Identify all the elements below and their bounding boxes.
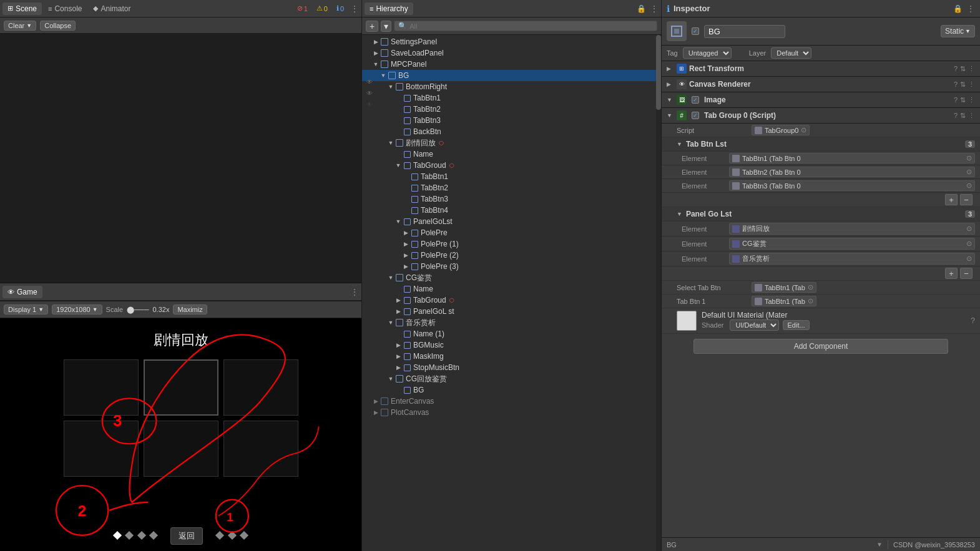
layer-dropdown[interactable]: Default [771, 47, 811, 59]
shader-edit-btn[interactable]: Edit... [783, 320, 809, 330]
shader-dropdown[interactable]: UI/Default [730, 319, 779, 331]
hierarchy-item-bgmusic[interactable]: ▶ BGMusic [362, 339, 661, 351]
hierarchy-item-tabbtn1c[interactable]: TabBtn1 [362, 171, 661, 182]
hierarchy-item-polepre3[interactable]: ▶ PolePre (3) [362, 261, 661, 272]
eye-row-1[interactable]: 👁 [362, 76, 377, 87]
maximize-button[interactable]: Maximiz [173, 305, 207, 315]
image-header[interactable]: ▼ 🖼 ✓ Image ? ⇅ ⋮ [662, 92, 980, 108]
add-object-dropdown[interactable]: ▾ [381, 21, 391, 32]
hierarchy-item-tabbtn2c[interactable]: TabBtn2 [362, 182, 661, 193]
go-active-checkbox[interactable]: ✓ [692, 27, 699, 35]
scale-slider[interactable]: ⬤─── [127, 306, 149, 314]
tg-expand-icon[interactable]: ⇅ [960, 112, 966, 120]
rt-more-icon[interactable]: ⋮ [968, 65, 975, 73]
scene-more-icon[interactable]: ⋮ [350, 4, 359, 14]
hierarchy-scrollbar-thumb[interactable] [656, 35, 661, 110]
hierarchy-search-box[interactable]: 🔍 [394, 21, 657, 31]
hierarchy-item-tabgroud2[interactable]: ▶ TabGroud ○ [362, 295, 661, 306]
material-help-icon[interactable]: ? [971, 316, 975, 325]
tab-scene[interactable]: ⊞ Scene [2, 2, 42, 15]
hierarchy-item-tabbtn3[interactable]: TabBtn3 [362, 115, 661, 126]
add-component-button[interactable]: Add Component [693, 339, 948, 354]
hierarchy-item-bg[interactable]: ▼ BG [362, 70, 661, 81]
hierarchy-item-maskimg[interactable]: ▶ MaskImg [362, 351, 661, 362]
hierarchy-item-tabbtn2[interactable]: TabBtn2 [362, 104, 661, 115]
tab-btn-lst-add-btn[interactable]: + [945, 194, 958, 205]
tab-console[interactable]: ≡ Console [43, 2, 87, 15]
rt-help-icon[interactable]: ? [954, 65, 958, 72]
tabgroup-header[interactable]: ▼ # ✓ Tab Group 0 (Script) ? ⇅ ⋮ [662, 108, 980, 124]
back-button[interactable]: 返回 [170, 527, 203, 545]
hierarchy-item-tabgroud[interactable]: ▼ TabGroud ○ [362, 160, 661, 171]
hierarchy-item-stopmusicbtn[interactable]: ▶ StopMusicBtn [362, 362, 661, 373]
inspector-scroll[interactable]: ▶ ⊞ Rect Transform ? ⇅ ⋮ ▶ 👁 Canvas Rend… [662, 61, 980, 537]
el1-pick[interactable]: ⊙ [966, 168, 972, 176]
hierarchy-search-input[interactable] [409, 22, 653, 30]
tab-btn-lst-remove-btn[interactable]: − [960, 194, 973, 205]
hierarchy-scrollbar-track[interactable] [656, 35, 661, 551]
inspector-more-icon[interactable]: ⋮ [966, 4, 975, 14]
tab-hierarchy[interactable]: ≡ Hierarchy [365, 2, 413, 15]
hierarchy-more-icon[interactable]: ⋮ [650, 4, 659, 14]
el2-pick[interactable]: ⊙ [966, 182, 972, 190]
img-expand-icon[interactable]: ⇅ [960, 96, 966, 104]
resolution-dropdown[interactable]: 1920x1080 ▼ [52, 305, 102, 315]
el0-pick[interactable]: ⊙ [966, 154, 972, 162]
hierarchy-item-music[interactable]: ▼ 音乐赏析 [362, 317, 661, 328]
pgl-el1-pick[interactable]: ⊙ [966, 240, 972, 248]
img-help-icon[interactable]: ? [954, 96, 958, 104]
hierarchy-item-panelgolst2[interactable]: ▶ PanelGoL st [362, 306, 661, 317]
hierarchy-item-cghuifang[interactable]: ▼ CG回放鉴赏 [362, 373, 661, 384]
hierarchy-item-tabbtn4c[interactable]: TabBtn4 [362, 205, 661, 216]
hierarchy-item-bottomright[interactable]: ▼ BottomRight [362, 81, 661, 92]
pgl-el0-pick[interactable]: ⊙ [966, 225, 972, 233]
hierarchy-item-mpcpanel[interactable]: ▼ MPCPanel [362, 59, 661, 70]
cr-more-icon[interactable]: ⋮ [968, 80, 975, 89]
add-object-button[interactable]: + [366, 21, 378, 32]
rt-expand-icon[interactable]: ⇅ [960, 65, 966, 73]
game-more-icon[interactable]: ⋮ [350, 287, 359, 297]
rect-transform-header[interactable]: ▶ ⊞ Rect Transform ? ⇅ ⋮ [662, 61, 980, 77]
hierarchy-item-tabbtn3c[interactable]: TabBtn3 [362, 193, 661, 205]
script-ref-pick[interactable]: ⊙ [801, 126, 806, 134]
panel-go-lst-remove-btn[interactable]: − [960, 268, 973, 279]
tabgroup-active-checkbox[interactable]: ✓ [692, 112, 699, 119]
hierarchy-item-name2[interactable]: Name [362, 283, 661, 295]
cr-expand-icon[interactable]: ⇅ [960, 80, 966, 89]
tb1-pick[interactable]: ⊙ [808, 297, 813, 305]
hierarchy-lock-icon[interactable]: 🔒 [637, 4, 646, 13]
inspector-lock-icon[interactable]: 🔒 [953, 4, 963, 13]
hierarchy-item-saveloadpanel[interactable]: ▶ SaveLoadPanel [362, 47, 661, 59]
hierarchy-item-tabbtn1[interactable]: TabBtn1 [362, 92, 661, 104]
hierarchy-item-backbtn[interactable]: BackBtn [362, 126, 661, 137]
tab-animator[interactable]: ◆ Animator [88, 2, 135, 15]
tg-help-icon[interactable]: ? [954, 112, 958, 119]
img-more-icon[interactable]: ⋮ [968, 96, 975, 104]
hierarchy-content[interactable]: 👁 👁 👁 ▶ SettingsPanel ▶ SaveLoadPanel ▼ … [362, 35, 661, 551]
hierarchy-item-name1[interactable]: Name [362, 149, 661, 160]
hierarchy-item-polepre[interactable]: ▶ PolePre [362, 227, 661, 238]
eye-row-3[interactable]: 👁 [362, 99, 377, 110]
hierarchy-item-cg[interactable]: ▼ CG鉴赏 [362, 272, 661, 283]
image-active-checkbox[interactable]: ✓ [692, 96, 699, 104]
hierarchy-item-panelgolst[interactable]: ▼ PanelGoLst [362, 216, 661, 227]
hierarchy-item-bgcg[interactable]: BG [362, 384, 661, 396]
collapse-button[interactable]: Collapse [40, 21, 76, 31]
hierarchy-item-drama[interactable]: ▼ 剧情回放 ○ [362, 137, 661, 149]
hierarchy-item-plotcanvas[interactable]: ▶ PlotCanvas [362, 407, 661, 418]
bottom-dropdown-arrow[interactable]: ▼ [876, 541, 883, 548]
clear-button[interactable]: Clear ▼ [4, 21, 36, 31]
pgl-el2-pick[interactable]: ⊙ [966, 255, 972, 263]
display-dropdown[interactable]: Display 1 ▼ [4, 305, 48, 315]
tg-more-icon[interactable]: ⋮ [968, 112, 975, 120]
stb-pick[interactable]: ⊙ [808, 283, 813, 291]
canvas-renderer-header[interactable]: ▶ 👁 Canvas Renderer ? ⇅ ⋮ [662, 77, 980, 92]
panel-go-lst-add-btn[interactable]: + [945, 268, 958, 279]
eye-row-2[interactable]: 👁 [362, 87, 377, 99]
hierarchy-item-entercanvas[interactable]: ▶ EnterCanvas [362, 396, 661, 407]
hierarchy-item-name3[interactable]: Name (1) [362, 328, 661, 339]
static-dropdown[interactable]: Static ▼ [941, 25, 975, 37]
hierarchy-item-settingspanel[interactable]: ▶ SettingsPanel [362, 36, 661, 47]
tag-dropdown[interactable]: Untagged [683, 47, 732, 59]
hierarchy-item-polepre2[interactable]: ▶ PolePre (2) [362, 250, 661, 261]
